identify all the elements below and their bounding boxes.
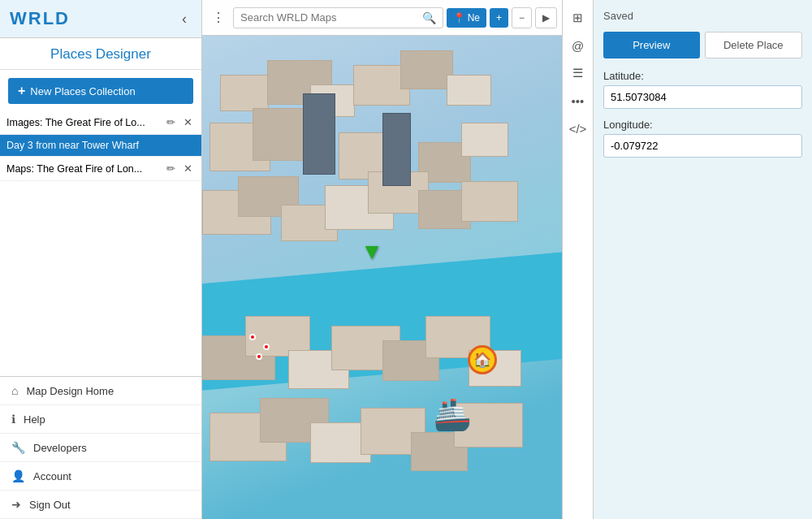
right-toolbar: ⊞ @ ☰ ••• </> [562,0,593,519]
new-collection-button[interactable]: + New Places Collection [8,78,193,104]
delete-place-button[interactable]: Delete Place [705,32,803,58]
bottom-nav: ⌂ Map Design Home ℹ Help 🔧 Developers 👤 … [0,376,201,519]
building [220,75,269,111]
search-bar[interactable]: 🔍 [233,7,443,28]
location-btn-label: Ne [468,12,480,24]
help-icon: ℹ [11,413,15,426]
wrench-icon: 🔧 [11,441,25,454]
home-icon: ⌂ [11,384,18,397]
map-pin[interactable]: 🏠 [468,345,497,374]
building [461,123,508,157]
latitude-input[interactable] [603,85,802,109]
collapse-sidebar-button[interactable]: ‹ [177,9,192,29]
nav-map-design-home[interactable]: ⌂ Map Design Home [0,377,201,405]
search-icon: 🔍 [422,11,436,24]
longitude-input[interactable] [603,134,802,158]
saved-badge: Saved [603,8,802,24]
collection-item-day3-label: Day 3 from near Tower Wharf [6,140,195,151]
menu-dots-icon[interactable]: ⋮ [207,6,230,28]
collection-item-maps-label: Maps: The Great Fire of Lon... [6,163,164,175]
places-designer-title: Places Designer [0,38,201,70]
nav-help[interactable]: ℹ Help [0,405,201,434]
nav-account-label: Account [33,470,71,482]
location-pin-icon: 📍 [453,12,465,24]
nav-sign-out[interactable]: ➜ Sign Out [0,491,201,519]
building [447,75,491,106]
plus-icon: + [18,84,25,98]
signout-icon: ➜ [11,498,21,511]
map-pin-circle: 🏠 [468,345,497,374]
map-toolbar: ⋮ 🔍 📍 Ne + − ▶ [202,0,562,36]
route-dot [249,334,256,340]
zoom-out-button[interactable]: − [512,7,532,28]
latitude-field-group: Latitude: [603,70,802,109]
edit-images-icon[interactable]: ✏ [164,115,178,129]
preview-button[interactable]: Preview [603,32,700,58]
right-panel: Saved Preview Delete Place Latitude: Lon… [593,0,812,519]
zoom-in-button[interactable]: + [490,8,508,28]
more-icon-button[interactable]: ••• [565,88,591,114]
building [461,181,518,222]
collection-item-images-label: Images: The Great Fire of Lo... [6,117,164,128]
tall-building [382,113,411,186]
delete-images-icon[interactable]: ✕ [181,115,195,129]
direction-arrow: ▼ [361,239,383,265]
latitude-label: Latitude: [603,70,802,82]
nav-developers-label: Developers [33,442,87,454]
pin-icon: 🏠 [473,351,491,369]
action-buttons: Preview Delete Place [603,32,802,58]
location-button[interactable]: 📍 Ne [447,8,486,28]
longitude-label: Longitude: [603,119,802,131]
person-icon: 👤 [11,469,25,482]
wrld-logo: WRLD [10,8,70,29]
at-icon-button[interactable]: @ [565,32,591,58]
building [400,50,453,89]
search-input[interactable] [240,11,417,24]
edit-maps-icon[interactable]: ✏ [164,162,178,175]
tall-building [303,93,335,175]
ship-icon: 🚢 [434,396,472,432]
layers-icon-button[interactable]: ⊞ [565,5,591,31]
nav-map-design-home-label: Map Design Home [26,385,114,397]
nav-help-label: Help [24,413,45,426]
map-3d-view[interactable]: ▼ 🏠 🚢 [202,36,562,519]
collection-list: Images: The Great Fire of Lo... ✏ ✕ Day … [0,110,201,376]
longitude-field-group: Longitude: [603,119,802,158]
forward-button[interactable]: ▶ [535,7,557,28]
nav-account[interactable]: 👤 Account [0,462,201,491]
delete-maps-icon[interactable]: ✕ [181,162,195,175]
new-collection-label: New Places Collection [30,85,135,97]
collection-item-day3[interactable]: Day 3 from near Tower Wharf [0,135,201,157]
code-icon-button[interactable]: </> [565,115,591,141]
collection-item-maps[interactable]: Maps: The Great Fire of Lon... ✏ ✕ [0,157,201,181]
collection-item-images[interactable]: Images: The Great Fire of Lo... ✏ ✕ [0,110,201,135]
nav-sign-out-label: Sign Out [29,499,71,511]
nav-developers[interactable]: 🔧 Developers [0,434,201,462]
list-icon-button[interactable]: ☰ [565,60,591,86]
